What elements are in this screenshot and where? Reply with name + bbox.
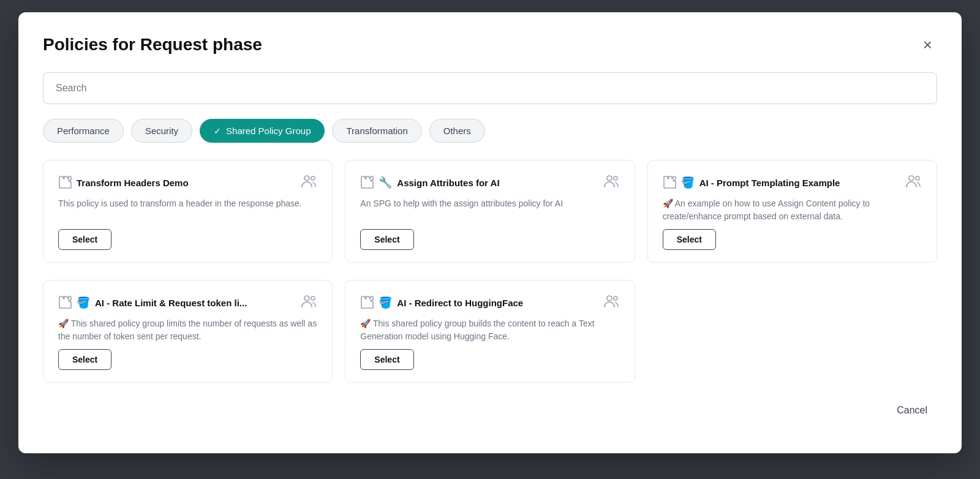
card-users-icon — [604, 174, 620, 191]
users-icon — [604, 294, 620, 307]
modal-title: Policies for Request phase — [43, 35, 262, 55]
svg-point-2 — [607, 176, 612, 181]
card-description: 🚀 An example on how to use Assign Conten… — [663, 197, 922, 223]
card-title-row: 🔧Assign Attributes for AI — [360, 175, 603, 190]
puzzle-piece-icon — [663, 175, 676, 190]
card-title-row: 🪣AI - Prompt Templating Example — [663, 175, 906, 190]
card-ai-redirect-huggingface: 🪣AI - Redirect to HuggingFace 🚀 This sha… — [345, 280, 635, 383]
card-title: Assign Attributes for AI — [397, 178, 499, 188]
filter-tab-transformation[interactable]: Transformation — [332, 119, 421, 143]
svg-point-6 — [304, 296, 309, 301]
cancel-button[interactable]: Cancel — [887, 400, 937, 421]
card-emoji-icon: 🪣 — [77, 297, 90, 308]
card-users-icon — [906, 174, 922, 191]
card-title-row: 🪣AI - Redirect to HuggingFace — [360, 295, 603, 311]
svg-point-4 — [909, 176, 914, 181]
select-button-ai-prompt-templating[interactable]: Select — [663, 229, 716, 250]
search-container — [43, 72, 937, 104]
check-icon: ✓ — [214, 126, 221, 136]
card-header: 🪣AI - Rate Limit & Request token li... — [58, 294, 317, 311]
card-description: 🚀 This shared policy group builds the co… — [360, 317, 619, 343]
filter-tabs: PerformanceSecurity✓Shared Policy GroupT… — [43, 119, 937, 143]
card-users-icon — [301, 294, 317, 311]
card-title: AI - Redirect to HuggingFace — [397, 298, 523, 308]
card-users-icon — [301, 174, 317, 191]
puzzle-piece-icon — [360, 175, 374, 190]
card-description: This policy is used to transform a heade… — [58, 197, 317, 223]
card-title: AI - Prompt Templating Example — [699, 178, 840, 188]
cards-grid-row2: 🪣AI - Rate Limit & Request token li... 🚀… — [43, 280, 937, 383]
filter-tab-performance[interactable]: Performance — [43, 119, 124, 143]
select-button-transform-headers-demo[interactable]: Select — [58, 229, 111, 250]
filter-tab-label: Others — [443, 126, 471, 136]
card-emoji-icon: 🪣 — [681, 177, 695, 188]
svg-point-0 — [304, 176, 309, 181]
card-title: Transform Headers Demo — [77, 178, 189, 188]
card-emoji-icon: 🔧 — [379, 177, 392, 188]
filter-tab-label: Shared Policy Group — [226, 126, 311, 136]
svg-point-5 — [916, 176, 919, 180]
filter-tab-label: Security — [145, 126, 178, 136]
card-users-icon — [604, 294, 620, 311]
svg-point-7 — [311, 296, 315, 300]
filter-tab-label: Performance — [57, 126, 110, 136]
card-ai-rate-limit: 🪣AI - Rate Limit & Request token li... 🚀… — [43, 280, 333, 383]
select-button-ai-redirect-huggingface[interactable]: Select — [360, 349, 413, 370]
card-header: 🔧Assign Attributes for AI — [360, 174, 619, 191]
card-transform-headers-demo: Transform Headers Demo This policy is us… — [43, 160, 333, 263]
svg-point-8 — [607, 296, 612, 301]
card-header: 🪣AI - Redirect to HuggingFace — [360, 294, 619, 311]
card-header: Transform Headers Demo — [58, 174, 317, 191]
card-description: An SPG to help with the assign attribute… — [360, 197, 619, 223]
card-title-row: Transform Headers Demo — [58, 175, 301, 190]
search-input[interactable] — [43, 72, 937, 104]
puzzle-piece-icon — [58, 175, 72, 190]
users-icon — [604, 174, 620, 187]
svg-point-3 — [614, 176, 617, 180]
filter-tab-security[interactable]: Security — [131, 119, 192, 143]
puzzle-piece-icon — [58, 295, 72, 311]
svg-point-1 — [311, 176, 315, 180]
users-icon — [301, 174, 317, 187]
card-description: 🚀 This shared policy group limits the nu… — [58, 317, 317, 343]
puzzle-piece-icon — [360, 295, 374, 311]
modal-overlay: Policies for Request phase × Performance… — [0, 0, 980, 479]
card-title: AI - Rate Limit & Request token li... — [95, 298, 247, 308]
svg-point-9 — [614, 296, 617, 300]
modal-header: Policies for Request phase × — [43, 34, 937, 55]
modal-footer: Cancel — [43, 400, 937, 421]
card-assign-attributes-ai: 🔧Assign Attributes for AI An SPG to help… — [345, 160, 635, 263]
filter-tab-shared-policy-group[interactable]: ✓Shared Policy Group — [200, 119, 325, 143]
close-button[interactable]: × — [918, 34, 937, 55]
card-ai-prompt-templating: 🪣AI - Prompt Templating Example 🚀 An exa… — [647, 160, 937, 263]
card-title-row: 🪣AI - Rate Limit & Request token li... — [58, 295, 301, 311]
users-icon — [906, 174, 922, 187]
cards-grid-row1: Transform Headers Demo This policy is us… — [43, 160, 937, 263]
select-button-assign-attributes-ai[interactable]: Select — [360, 229, 413, 250]
select-button-ai-rate-limit[interactable]: Select — [58, 349, 111, 370]
filter-tab-others[interactable]: Others — [429, 119, 485, 143]
modal-container: Policies for Request phase × Performance… — [18, 12, 962, 453]
card-header: 🪣AI - Prompt Templating Example — [663, 174, 922, 191]
filter-tab-label: Transformation — [346, 126, 407, 136]
users-icon — [301, 294, 317, 307]
card-emoji-icon: 🪣 — [379, 297, 392, 308]
